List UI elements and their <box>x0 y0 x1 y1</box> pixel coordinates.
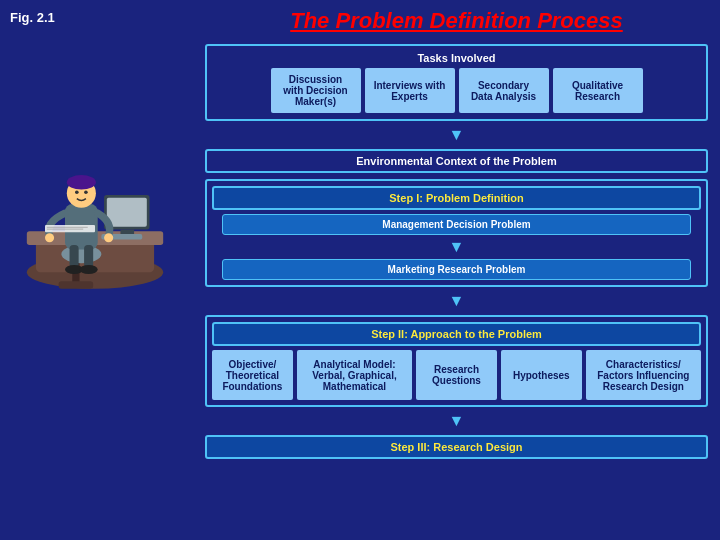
bottom-research-questions: Research Questions <box>416 350 497 400</box>
page-container: Fig. 2.1 <box>0 0 720 540</box>
svg-rect-20 <box>70 245 79 268</box>
svg-rect-5 <box>120 230 134 235</box>
svg-point-15 <box>45 233 54 242</box>
tasks-row: Discussion with Decision Maker(s) Interv… <box>213 68 700 113</box>
mkt-problem-box: Marketing Research Problem <box>222 259 691 280</box>
right-content: The Problem Definition Process Tasks Inv… <box>200 0 720 540</box>
step1-section: Step I: Problem Definition Management De… <box>205 179 708 287</box>
svg-point-14 <box>84 190 88 194</box>
step2-items-row: Objective/ Theoretical Foundations Analy… <box>212 350 701 400</box>
step2-section: Step II: Approach to the Problem Objecti… <box>205 315 708 407</box>
arrow-1: ▼ <box>205 127 708 143</box>
bottom-characteristics: Characteristics/ Factors Influencing Res… <box>586 350 701 400</box>
svg-rect-4 <box>107 198 147 227</box>
page-title: The Problem Definition Process <box>205 8 708 34</box>
task-qualitative: Qualitative Research <box>553 68 643 113</box>
task-interviews: Interviews with Experts <box>365 68 455 113</box>
svg-point-23 <box>80 265 98 274</box>
tasks-section: Tasks Involved Discussion with Decision … <box>205 44 708 121</box>
tasks-label: Tasks Involved <box>213 52 700 64</box>
step2-header: Step II: Approach to the Problem <box>212 322 701 346</box>
mgmt-problem-box: Management Decision Problem <box>222 214 691 235</box>
svg-point-12 <box>67 175 96 190</box>
task-discussion: Discussion with Decision Maker(s) <box>271 68 361 113</box>
svg-point-13 <box>75 190 79 194</box>
svg-rect-17 <box>45 225 95 232</box>
figure-illustration <box>10 95 180 295</box>
fig-label: Fig. 2.1 <box>10 10 55 25</box>
arrow-3: ▼ <box>205 293 708 309</box>
svg-rect-21 <box>84 245 93 268</box>
left-figure-area: Fig. 2.1 <box>0 0 200 540</box>
bottom-analytical-model: Analytical Model: Verbal, Graphical, Mat… <box>297 350 412 400</box>
svg-point-16 <box>104 233 113 242</box>
step1-header: Step I: Problem Definition <box>212 186 701 210</box>
step3-header: Step III: Research Design <box>205 435 708 459</box>
env-context-box: Environmental Context of the Problem <box>205 149 708 173</box>
arrow-2: ▼ <box>212 239 701 255</box>
svg-rect-18 <box>47 227 88 228</box>
task-secondary-data: Secondary Data Analysis <box>459 68 549 113</box>
arrow-4: ▼ <box>205 413 708 429</box>
svg-rect-19 <box>47 229 83 230</box>
svg-rect-8 <box>59 281 94 288</box>
bottom-obj-foundations: Objective/ Theoretical Foundations <box>212 350 293 400</box>
bottom-hypotheses: Hypotheses <box>501 350 582 400</box>
